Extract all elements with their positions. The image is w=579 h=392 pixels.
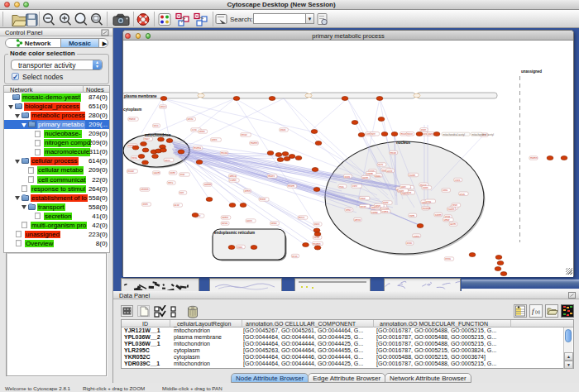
svg-text:nucleus: nucleus [396, 141, 411, 145]
svg-text:erea: erea [445, 257, 451, 261]
svg-text:ormn: ormn [245, 189, 251, 193]
svg-text:nsoc: nsoc [237, 246, 243, 249]
svg-text:nvrr: nvrr [371, 132, 376, 136]
svg-text:cvms: cvms [382, 210, 389, 213]
svg-text:ovoc: ovoc [407, 241, 413, 245]
svg-text:mnmm: mnmm [423, 207, 431, 210]
svg-text:meer: meer [260, 198, 266, 201]
svg-text:mrcv: mrcv [299, 216, 304, 219]
svg-text:ccsc: ccsc [192, 128, 198, 131]
svg-text:uann: uann [362, 176, 368, 179]
svg-text:csrv: csrv [352, 184, 357, 188]
svg-text:unassigned: unassigned [521, 69, 542, 74]
svg-text:cses: cses [455, 179, 461, 182]
svg-text:ueau: ueau [271, 222, 277, 225]
svg-text:aomm: aomm [204, 183, 212, 186]
svg-text:mitochondrial acetyl: mitochondrial acetyl [472, 133, 495, 136]
svg-text:uacc: uacc [165, 159, 170, 162]
svg-text:oars: oars [428, 132, 433, 136]
svg-text:cnmn: cnmn [414, 235, 420, 238]
svg-text:unce: unce [160, 105, 166, 108]
svg-text:cmmm: cmmm [141, 188, 149, 191]
svg-text:osus: osus [280, 128, 286, 131]
svg-text:urus: urus [460, 193, 466, 196]
svg-text:muev: muev [268, 174, 275, 178]
svg-text:ucee: ucee [387, 170, 393, 173]
svg-text:uvos: uvos [423, 186, 428, 189]
svg-text:oevv: oevv [375, 204, 380, 208]
svg-text:mcoa: mcoa [221, 151, 227, 155]
svg-text:momn: momn [530, 156, 538, 160]
svg-text:mone: mone [129, 117, 136, 121]
svg-text:veme: veme [371, 211, 378, 214]
svg-text:sonm: sonm [435, 213, 442, 217]
svg-text:vrsa: vrsa [426, 200, 431, 203]
svg-text:nunr: nunr [383, 201, 389, 204]
svg-text:uees: uees [212, 138, 218, 141]
svg-text:vvuo: vvuo [313, 236, 319, 239]
svg-text:cytoplasm: cytoplasm [123, 108, 141, 112]
svg-text:acar: acar [175, 203, 180, 207]
svg-text:avua: avua [222, 222, 227, 225]
svg-text:euao: euao [128, 170, 134, 173]
svg-text:ucrv: ucrv [378, 163, 383, 166]
svg-text:ssnm: ssnm [366, 172, 373, 175]
svg-text:revv: revv [452, 203, 457, 207]
svg-text:rsrm: rsrm [409, 214, 415, 218]
svg-text:aavs: aavs [246, 219, 252, 222]
svg-text:cumn: cumn [230, 179, 237, 182]
svg-text:uarv: uarv [401, 185, 407, 189]
svg-text:mron: mron [390, 151, 396, 155]
svg-text:amsv: amsv [355, 218, 361, 222]
svg-text:eanr: eanr [399, 189, 404, 193]
svg-text:vvos: vvos [345, 175, 351, 179]
svg-text:mumn: mumn [251, 141, 258, 145]
svg-text:semn: semn [222, 216, 228, 219]
svg-text:uacm: uacm [153, 171, 160, 174]
svg-text:ssmr: ssmr [170, 171, 176, 174]
svg-text:momn: momn [313, 242, 321, 246]
svg-text:nacr: nacr [145, 137, 151, 141]
svg-text:uneo: uneo [199, 130, 204, 133]
svg-text:nevn: nevn [361, 205, 366, 208]
svg-text:vvcc: vvcc [154, 124, 160, 127]
svg-text:nvcv: nvcv [407, 132, 413, 136]
svg-text:nour: nour [360, 197, 366, 200]
svg-text:msrm: msrm [288, 184, 294, 188]
svg-text:endoplasmic reticulum: endoplasmic reticulum [214, 231, 255, 235]
svg-text:usra: usra [443, 189, 447, 192]
svg-text:mitochondrial acetyl: mitochondrial acetyl [443, 133, 466, 136]
svg-text:snru: snru [168, 181, 173, 184]
svg-text:nesu: nesu [132, 156, 137, 160]
svg-text:ecvc: ecvc [292, 255, 298, 258]
svg-text:acrm: acrm [450, 222, 456, 226]
svg-text:(x): (x) [535, 309, 540, 314]
svg-text:nuem: nuem [448, 208, 455, 211]
svg-text:vavc: vavc [314, 222, 320, 226]
svg-text:nusm: nusm [409, 174, 415, 177]
svg-text:rrva: rrva [339, 185, 344, 189]
svg-text:umor: umor [443, 218, 450, 222]
svg-text:plasma membrane: plasma membrane [124, 94, 157, 98]
svg-text:oser: oser [421, 128, 427, 131]
svg-text:amca: amca [229, 174, 236, 178]
svg-text:eren: eren [142, 203, 148, 206]
svg-text:unvu: unvu [188, 117, 194, 121]
svg-text:emcr: emcr [346, 208, 352, 212]
svg-text:mvma: mvma [194, 146, 201, 150]
svg-text:enuv: enuv [242, 133, 247, 136]
svg-text:mitochondrion: mitochondrion [145, 133, 171, 137]
svg-text:erar: erar [180, 173, 186, 176]
